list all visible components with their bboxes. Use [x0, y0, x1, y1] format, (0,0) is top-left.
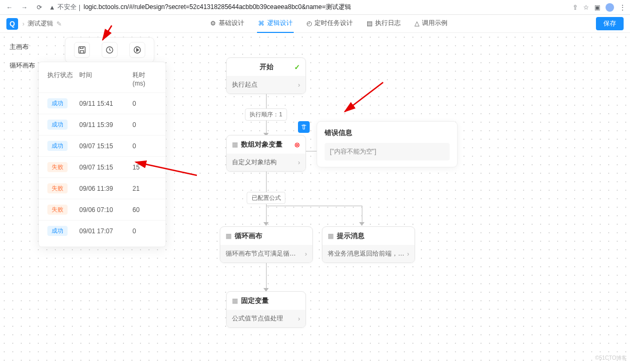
- app-top-bar: Q › 测试逻辑 ✎ ⚙基础设计 ⌘逻辑设计 ◴定时任务设计 ▤执行日志 △调用…: [0, 15, 630, 33]
- history-row[interactable]: 成功09/07 15:150: [39, 135, 165, 156]
- row-time: 09/01 17:07: [79, 227, 132, 235]
- chevron-right-icon[interactable]: ›: [298, 159, 300, 166]
- node-body: 执行起点: [232, 80, 258, 89]
- share-icon[interactable]: ⇪: [573, 4, 578, 11]
- insecure-badge: ▲ 不安全 |: [49, 3, 80, 12]
- col-status: 执行状态: [47, 71, 79, 87]
- node-fixed-var[interactable]: ▦固定变量 公式值节点值处理›: [226, 291, 306, 328]
- back-icon[interactable]: ←: [4, 4, 15, 11]
- insecure-label: 不安全: [57, 3, 77, 12]
- row-time: 09/07 15:15: [79, 142, 132, 150]
- node-body: 自定义对象结构: [232, 158, 277, 167]
- error-circle-icon: ⊗: [294, 141, 300, 149]
- left-canvas-list: 主画布 循环画布: [10, 43, 35, 80]
- node-title: 提示消息: [337, 231, 364, 241]
- tab-basic[interactable]: ⚙基础设计: [209, 14, 245, 33]
- row-duration: 0: [132, 121, 157, 129]
- var-icon: ▦: [232, 297, 238, 304]
- chevron-right-icon[interactable]: ›: [298, 81, 300, 89]
- node-title: 开始: [242, 62, 291, 72]
- row-duration: 60: [132, 206, 157, 214]
- sidebar-item-loop-canvas[interactable]: 循环画布: [10, 61, 35, 70]
- tab-log[interactable]: ▤执行日志: [366, 14, 402, 33]
- star-icon[interactable]: ☆: [583, 4, 589, 11]
- exec-order-pill: 执行顺序：1: [245, 108, 287, 121]
- status-badge: 失败: [47, 162, 68, 172]
- check-circle-icon: ✓: [294, 63, 300, 71]
- history-row[interactable]: 成功09/11 15:390: [39, 114, 165, 135]
- top-tabs: ⚙基础设计 ⌘逻辑设计 ◴定时任务设计 ▤执行日志 △调用示例: [66, 14, 592, 33]
- node-start[interactable]: 开始✓ 执行起点›: [226, 57, 306, 94]
- app-logo-icon[interactable]: Q: [6, 18, 18, 30]
- gear-icon: ⚙: [210, 20, 216, 27]
- browser-toolbar: ← → ⟳ ▲ 不安全 | logic.bctools.cn/#/ruleDes…: [0, 0, 630, 15]
- history-row[interactable]: 失败09/06 07:1060: [39, 199, 165, 220]
- edit-icon[interactable]: ✎: [56, 20, 62, 28]
- error-title: 错误信息: [325, 128, 450, 138]
- breadcrumb: › 测试逻辑 ✎: [22, 19, 62, 28]
- history-row[interactable]: 成功09/11 15:410: [39, 92, 165, 114]
- tab-logic[interactable]: ⌘逻辑设计: [257, 14, 294, 33]
- history-panel: 执行状态 时间 耗时(ms) 成功09/11 15:410成功09/11 15:…: [38, 62, 166, 247]
- chevron-right-icon[interactable]: ›: [298, 315, 300, 323]
- row-duration: 0: [132, 100, 157, 107]
- row-duration: 21: [132, 185, 157, 192]
- history-icon[interactable]: [102, 42, 118, 58]
- chevron-right-icon[interactable]: ›: [305, 250, 307, 258]
- status-badge: 成功: [47, 98, 68, 108]
- connector: [306, 151, 317, 151]
- arrow-head-icon: [263, 222, 269, 226]
- status-badge: 失败: [47, 205, 68, 215]
- save-button[interactable]: 保存: [596, 17, 624, 30]
- delete-button[interactable]: [298, 121, 310, 133]
- col-time: 时间: [79, 71, 132, 87]
- play-icon[interactable]: [129, 42, 145, 58]
- node-body: 将业务消息返回给前端，…: [328, 249, 404, 258]
- watermark: ©51CTO博客: [595, 354, 627, 362]
- grid-icon: ▦: [232, 141, 238, 148]
- code-icon: △: [415, 20, 419, 27]
- warning-icon: ▲: [49, 4, 55, 11]
- status-badge: 成功: [47, 120, 68, 130]
- avatar[interactable]: [606, 3, 614, 12]
- clock-icon: ◴: [306, 20, 312, 27]
- connector: [266, 258, 267, 290]
- forward-icon[interactable]: →: [19, 4, 30, 11]
- col-duration: 耗时(ms): [132, 71, 157, 87]
- node-hint-msg[interactable]: ▦提示消息 将业务消息返回给前端，…›: [322, 226, 415, 263]
- node-loop-canvas[interactable]: ▦循环画布 循环画布节点可满足循…›: [220, 226, 313, 263]
- history-row[interactable]: 失败09/06 11:3921: [39, 177, 165, 199]
- breadcrumb-item[interactable]: 测试逻辑: [28, 19, 53, 28]
- file-icon: ▤: [367, 20, 372, 27]
- arrow-head-icon: [359, 222, 364, 226]
- tab-sample[interactable]: △调用示例: [413, 14, 449, 33]
- window-icon[interactable]: ▣: [594, 4, 600, 11]
- loop-icon: ▦: [226, 232, 231, 240]
- save-icon[interactable]: [74, 42, 90, 58]
- status-badge: 成功: [47, 141, 68, 151]
- row-duration: 15: [132, 164, 157, 171]
- node-array-var[interactable]: ▦数组对象变量⊗ 自定义对象结构›: [226, 135, 306, 172]
- history-row[interactable]: 失败09/07 15:1515: [39, 156, 165, 177]
- tab-timer[interactable]: ◴定时任务设计: [305, 14, 354, 33]
- error-message: ["内容不能为空"]: [325, 143, 450, 160]
- error-panel: 错误信息 ["内容不能为空"]: [317, 121, 458, 167]
- sidebar-item-main-canvas[interactable]: 主画布: [10, 43, 35, 52]
- node-title: 固定变量: [241, 296, 269, 306]
- sitemap-icon: ⌘: [258, 20, 264, 27]
- url-text[interactable]: logic.bctools.cn/#/ruleDesign?secret=52c…: [84, 3, 351, 12]
- history-row[interactable]: 成功09/01 17:070: [39, 220, 165, 241]
- node-title: 循环画布: [235, 231, 262, 241]
- menu-icon[interactable]: ⋮: [619, 4, 626, 11]
- node-title: 数组对象变量: [241, 140, 283, 149]
- row-duration: 0: [132, 227, 157, 235]
- reload-icon[interactable]: ⟳: [34, 4, 45, 11]
- node-body: 公式值节点值处理: [232, 314, 283, 323]
- chevron-right-icon: ›: [22, 20, 24, 28]
- chevron-right-icon[interactable]: ›: [407, 250, 409, 258]
- status-badge: 成功: [47, 226, 68, 236]
- row-duration: 0: [132, 142, 157, 150]
- row-time: 09/06 07:10: [79, 206, 132, 214]
- svg-rect-0: [79, 47, 85, 53]
- row-time: 09/11 15:39: [79, 121, 132, 129]
